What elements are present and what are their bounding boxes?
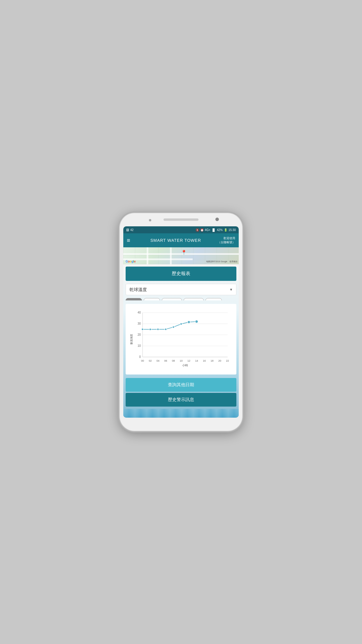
svg-text:12: 12 <box>187 359 190 362</box>
svg-text:18: 18 <box>210 359 213 362</box>
filter-today-button[interactable]: 今日 <box>126 298 142 300</box>
svg-point-25 <box>142 328 144 330</box>
status-right: 🔇 ⏰ 4G+ ▐▌ 42% 🔋 15:30 <box>196 228 236 232</box>
notification-count: 42 <box>130 228 133 232</box>
main-content: 歷史報表 乾球溫度 ▼ 今日 昨日 近三天 近七日 近… 數溫濕度 <box>123 264 239 418</box>
svg-text:16: 16 <box>203 359 206 362</box>
svg-point-26 <box>149 328 151 330</box>
phone-frame: 🖼 42 🔇 ⏰ 4G+ ▐▌ 42% 🔋 15:30 ≡ SMART WATE… <box>120 213 242 431</box>
phone-camera <box>215 218 219 221</box>
query-other-date-button[interactable]: 查詢其他日期 <box>126 378 236 392</box>
chart-svg: 40 30 20 10 0 00 02 04 06 08 10 12 14 <box>129 307 233 371</box>
phone-speaker <box>149 219 151 221</box>
photo-icon: 🖼 <box>126 228 129 232</box>
svg-text:30: 30 <box>138 322 141 325</box>
svg-text:06: 06 <box>164 359 167 362</box>
chart-y-axis-label: 數溫濕度 <box>130 334 133 344</box>
hamburger-button[interactable]: ≡ <box>127 237 130 243</box>
phone-screen: 🖼 42 🔇 ⏰ 4G+ ▐▌ 42% 🔋 15:30 ≡ SMART WATE… <box>123 226 239 418</box>
water-wave <box>123 409 239 418</box>
battery-percent: 42% <box>217 228 223 232</box>
sensor-type-dropdown-container: 乾球溫度 ▼ <box>126 284 236 295</box>
map-road <box>170 247 172 264</box>
history-alert-button[interactable]: 歷史警示訊息 <box>126 393 236 407</box>
status-left: 🖼 42 <box>126 228 133 232</box>
sensor-type-select[interactable]: 乾球溫度 <box>126 284 236 295</box>
svg-text:10: 10 <box>180 359 182 362</box>
app-header: ≡ SMART WATER TOWER 歡迎使用 （台隆帳號） <box>123 233 239 247</box>
svg-point-27 <box>157 328 159 330</box>
svg-text:20: 20 <box>218 359 221 362</box>
time-label: 15:30 <box>229 228 236 232</box>
svg-text:08: 08 <box>172 359 175 362</box>
map-pin: 📍 <box>181 250 187 255</box>
map-road <box>147 247 148 264</box>
status-bar: 🖼 42 🔇 ⏰ 4G+ ▐▌ 42% 🔋 15:30 <box>123 226 239 233</box>
svg-text:10: 10 <box>138 344 141 347</box>
filter-7days-button[interactable]: 近七日 <box>184 298 204 300</box>
svg-text:20: 20 <box>138 333 141 336</box>
map-area: 📍 Google 地圖資料©2019 Google 使用條款 <box>123 247 239 264</box>
network-label: 4G+ <box>205 228 210 232</box>
svg-point-28 <box>165 328 167 330</box>
mute-icon: 🔇 <box>196 228 199 232</box>
svg-text:0: 0 <box>139 355 141 358</box>
svg-text:小時: 小時 <box>182 364 188 367</box>
svg-text:22: 22 <box>226 359 229 362</box>
google-logo: Google <box>126 260 136 263</box>
svg-text:02: 02 <box>149 359 152 362</box>
svg-text:14: 14 <box>195 359 198 362</box>
filter-3days-button[interactable]: 近三天 <box>162 298 182 300</box>
svg-text:40: 40 <box>138 311 141 314</box>
history-report-button[interactable]: 歷史報表 <box>126 267 236 281</box>
filter-more-button[interactable]: 近… <box>205 298 222 300</box>
svg-point-32 <box>195 320 198 323</box>
svg-text:00: 00 <box>141 359 144 362</box>
chart-container: 數溫濕度 40 30 20 10 0 <box>126 304 236 374</box>
battery-icon: 🔋 <box>224 228 227 232</box>
app-title: SMART WATER TOWER <box>134 238 218 243</box>
svg-point-30 <box>180 323 182 325</box>
water-background <box>123 409 239 418</box>
welcome-text: 歡迎使用 （台隆帳號） <box>218 236 235 244</box>
time-filter-group: 今日 昨日 近三天 近七日 近… <box>126 298 236 300</box>
alarm-icon: ⏰ <box>200 228 204 232</box>
signal-icon: ▐▌ <box>212 228 216 232</box>
svg-point-31 <box>188 321 190 323</box>
filter-yesterday-button[interactable]: 昨日 <box>144 298 160 300</box>
map-copyright: 地圖資料©2019 Google 使用條款 <box>206 260 238 263</box>
svg-text:04: 04 <box>157 359 159 362</box>
svg-point-29 <box>173 326 175 328</box>
